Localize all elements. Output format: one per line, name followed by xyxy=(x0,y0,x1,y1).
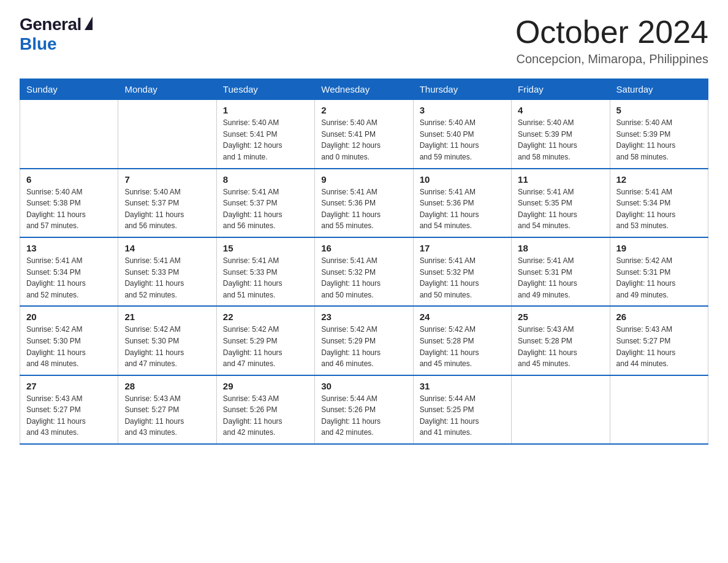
table-row: 22Sunrise: 5:42 AMSunset: 5:29 PMDayligh… xyxy=(216,306,314,375)
day-info: Sunrise: 5:42 AMSunset: 5:30 PMDaylight:… xyxy=(124,324,210,369)
table-row: 1Sunrise: 5:40 AMSunset: 5:41 PMDaylight… xyxy=(216,100,314,169)
calendar-week-row: 6Sunrise: 5:40 AMSunset: 5:38 PMDaylight… xyxy=(20,169,708,237)
table-row: 7Sunrise: 5:40 AMSunset: 5:37 PMDaylight… xyxy=(118,169,216,237)
day-number: 31 xyxy=(420,381,505,391)
table-row: 6Sunrise: 5:40 AMSunset: 5:38 PMDaylight… xyxy=(20,169,118,237)
table-row: 8Sunrise: 5:41 AMSunset: 5:37 PMDaylight… xyxy=(216,169,314,237)
day-number: 23 xyxy=(321,312,406,322)
header-friday: Friday xyxy=(512,79,610,100)
day-number: 7 xyxy=(124,174,210,185)
day-info: Sunrise: 5:41 AMSunset: 5:32 PMDaylight:… xyxy=(420,255,505,301)
day-info: Sunrise: 5:40 AMSunset: 5:39 PMDaylight:… xyxy=(616,117,702,163)
table-row: 2Sunrise: 5:40 AMSunset: 5:41 PMDaylight… xyxy=(315,100,413,169)
day-number: 30 xyxy=(321,381,406,391)
day-info: Sunrise: 5:43 AMSunset: 5:27 PMDaylight:… xyxy=(124,393,210,439)
day-info: Sunrise: 5:44 AMSunset: 5:25 PMDaylight:… xyxy=(420,393,505,439)
day-number: 12 xyxy=(616,174,702,185)
day-info: Sunrise: 5:40 AMSunset: 5:39 PMDaylight:… xyxy=(518,117,603,163)
title-section: October 2024 Concepcion, Mimaropa, Phili… xyxy=(515,15,708,66)
day-info: Sunrise: 5:41 AMSunset: 5:33 PMDaylight:… xyxy=(223,255,308,301)
day-number: 4 xyxy=(518,105,603,115)
calendar-week-row: 20Sunrise: 5:42 AMSunset: 5:30 PMDayligh… xyxy=(20,306,708,375)
day-info: Sunrise: 5:41 AMSunset: 5:36 PMDaylight:… xyxy=(321,186,406,232)
table-row: 18Sunrise: 5:41 AMSunset: 5:31 PMDayligh… xyxy=(512,237,610,306)
table-row: 9Sunrise: 5:41 AMSunset: 5:36 PMDaylight… xyxy=(315,169,413,237)
table-row: 12Sunrise: 5:41 AMSunset: 5:34 PMDayligh… xyxy=(610,169,708,237)
table-row: 23Sunrise: 5:42 AMSunset: 5:29 PMDayligh… xyxy=(315,306,413,375)
day-info: Sunrise: 5:43 AMSunset: 5:26 PMDaylight:… xyxy=(223,393,308,439)
day-number: 10 xyxy=(420,174,505,185)
calendar-week-row: 13Sunrise: 5:41 AMSunset: 5:34 PMDayligh… xyxy=(20,237,708,306)
day-number: 8 xyxy=(223,174,308,185)
day-info: Sunrise: 5:40 AMSunset: 5:40 PMDaylight:… xyxy=(420,117,505,163)
day-info: Sunrise: 5:40 AMSunset: 5:41 PMDaylight:… xyxy=(321,117,406,163)
day-number: 22 xyxy=(223,312,308,322)
logo-general: General xyxy=(20,15,82,34)
table-row: 17Sunrise: 5:41 AMSunset: 5:32 PMDayligh… xyxy=(413,237,511,306)
day-number: 11 xyxy=(518,174,603,185)
day-info: Sunrise: 5:41 AMSunset: 5:33 PMDaylight:… xyxy=(124,255,210,301)
day-info: Sunrise: 5:41 AMSunset: 5:36 PMDaylight:… xyxy=(420,186,505,232)
day-number: 19 xyxy=(616,243,702,253)
day-number: 16 xyxy=(321,243,406,253)
day-number: 2 xyxy=(321,105,406,115)
table-row: 30Sunrise: 5:44 AMSunset: 5:26 PMDayligh… xyxy=(315,375,413,444)
day-info: Sunrise: 5:43 AMSunset: 5:28 PMDaylight:… xyxy=(518,324,603,369)
day-info: Sunrise: 5:42 AMSunset: 5:28 PMDaylight:… xyxy=(420,324,505,369)
day-info: Sunrise: 5:41 AMSunset: 5:34 PMDaylight:… xyxy=(616,186,702,232)
day-number: 28 xyxy=(124,381,210,391)
day-number: 13 xyxy=(26,243,112,253)
day-number: 27 xyxy=(26,381,112,391)
day-number: 6 xyxy=(26,174,112,185)
day-number: 15 xyxy=(223,243,308,253)
day-info: Sunrise: 5:40 AMSunset: 5:41 PMDaylight:… xyxy=(223,117,308,163)
day-number: 24 xyxy=(420,312,505,322)
day-number: 3 xyxy=(420,105,505,115)
day-info: Sunrise: 5:44 AMSunset: 5:26 PMDaylight:… xyxy=(321,393,406,439)
day-info: Sunrise: 5:40 AMSunset: 5:37 PMDaylight:… xyxy=(124,186,210,232)
day-number: 21 xyxy=(124,312,210,322)
table-row: 31Sunrise: 5:44 AMSunset: 5:25 PMDayligh… xyxy=(413,375,511,444)
table-row: 11Sunrise: 5:41 AMSunset: 5:35 PMDayligh… xyxy=(512,169,610,237)
header-saturday: Saturday xyxy=(610,79,708,100)
day-number: 17 xyxy=(420,243,505,253)
header-sunday: Sunday xyxy=(20,79,118,100)
table-row: 4Sunrise: 5:40 AMSunset: 5:39 PMDaylight… xyxy=(512,100,610,169)
day-info: Sunrise: 5:41 AMSunset: 5:31 PMDaylight:… xyxy=(518,255,603,301)
location: Concepcion, Mimaropa, Philippines xyxy=(515,52,708,66)
day-number: 26 xyxy=(616,312,702,322)
logo: General Blue xyxy=(20,15,93,54)
day-number: 1 xyxy=(223,105,308,115)
day-number: 18 xyxy=(518,243,603,253)
day-info: Sunrise: 5:43 AMSunset: 5:27 PMDaylight:… xyxy=(616,324,702,369)
table-row: 13Sunrise: 5:41 AMSunset: 5:34 PMDayligh… xyxy=(20,237,118,306)
table-row: 27Sunrise: 5:43 AMSunset: 5:27 PMDayligh… xyxy=(20,375,118,444)
month-title: October 2024 xyxy=(515,15,708,50)
day-info: Sunrise: 5:41 AMSunset: 5:37 PMDaylight:… xyxy=(223,186,308,232)
header-tuesday: Tuesday xyxy=(216,79,314,100)
header-thursday: Thursday xyxy=(413,79,511,100)
table-row: 3Sunrise: 5:40 AMSunset: 5:40 PMDaylight… xyxy=(413,100,511,169)
calendar-header-row: Sunday Monday Tuesday Wednesday Thursday… xyxy=(20,79,708,100)
logo-blue: Blue xyxy=(20,34,57,54)
header-wednesday: Wednesday xyxy=(315,79,413,100)
table-row: 16Sunrise: 5:41 AMSunset: 5:32 PMDayligh… xyxy=(315,237,413,306)
day-number: 25 xyxy=(518,312,603,322)
table-row xyxy=(118,100,216,169)
day-info: Sunrise: 5:41 AMSunset: 5:34 PMDaylight:… xyxy=(26,255,112,301)
day-info: Sunrise: 5:42 AMSunset: 5:29 PMDaylight:… xyxy=(321,324,406,369)
day-info: Sunrise: 5:42 AMSunset: 5:29 PMDaylight:… xyxy=(223,324,308,369)
day-info: Sunrise: 5:41 AMSunset: 5:32 PMDaylight:… xyxy=(321,255,406,301)
day-number: 29 xyxy=(223,381,308,391)
day-number: 14 xyxy=(124,243,210,253)
table-row: 10Sunrise: 5:41 AMSunset: 5:36 PMDayligh… xyxy=(413,169,511,237)
table-row: 24Sunrise: 5:42 AMSunset: 5:28 PMDayligh… xyxy=(413,306,511,375)
day-info: Sunrise: 5:42 AMSunset: 5:30 PMDaylight:… xyxy=(26,324,112,369)
table-row: 5Sunrise: 5:40 AMSunset: 5:39 PMDaylight… xyxy=(610,100,708,169)
day-number: 9 xyxy=(321,174,406,185)
table-row: 20Sunrise: 5:42 AMSunset: 5:30 PMDayligh… xyxy=(20,306,118,375)
calendar-week-row: 1Sunrise: 5:40 AMSunset: 5:41 PMDaylight… xyxy=(20,100,708,169)
table-row: 26Sunrise: 5:43 AMSunset: 5:27 PMDayligh… xyxy=(610,306,708,375)
day-number: 20 xyxy=(26,312,112,322)
table-row: 21Sunrise: 5:42 AMSunset: 5:30 PMDayligh… xyxy=(118,306,216,375)
